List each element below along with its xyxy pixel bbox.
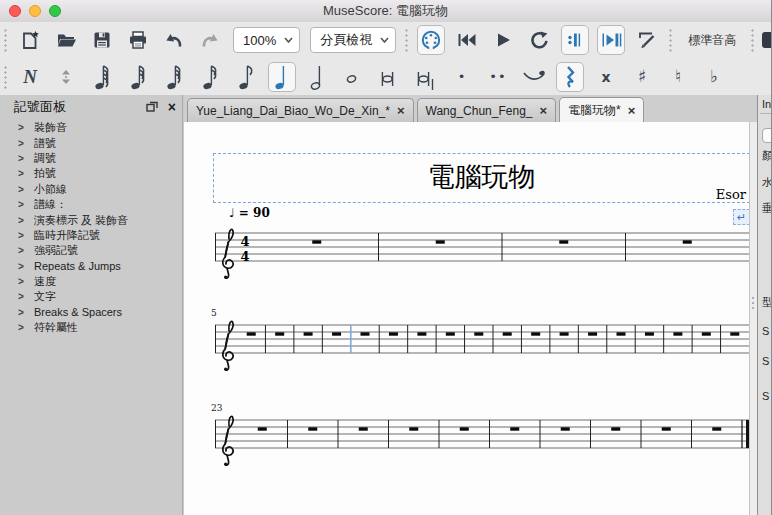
snapshot-button[interactable] [761,26,771,54]
note-128th-button[interactable] [88,62,116,92]
repeat-playback-button[interactable] [561,25,589,55]
pan-playback-button[interactable] [597,25,625,55]
note-half-button[interactable] [304,62,332,92]
tie-icon [522,68,546,86]
rewind-button[interactable] [453,25,481,55]
note-input-button[interactable]: N [16,62,44,92]
palette-item-3[interactable]: >調號 [6,151,182,166]
score-canvas[interactable]: 電腦玩物 Esor ♩ = 90 ↵ 44523 [184,122,757,515]
close-tab-icon[interactable]: × [540,103,548,118]
tie-button[interactable] [520,62,548,92]
undo-icon [164,31,184,50]
float-panel-button[interactable] [146,101,158,112]
natural-icon: ♮ [675,68,681,85]
panel-splitter[interactable] [749,122,757,515]
note-breve-icon [381,63,399,91]
palette-item-label: 強弱記號 [34,243,78,258]
note-longa-button[interactable] [412,62,440,92]
palette-item-label: 文字 [34,289,56,304]
chevron-down-icon [284,37,293,43]
close-tab-icon[interactable]: × [397,103,405,118]
palette-item-label: 演奏標示 及 裝飾音 [34,213,128,228]
palette-item-7[interactable]: >演奏標示 及 裝飾音 [6,212,182,227]
toolbar-drag-handle[interactable] [2,64,8,90]
sharp-button[interactable]: ♯ [628,62,656,92]
open-file-button[interactable] [52,25,80,55]
musescore-window: MuseScore: 電腦玩物 [0,0,772,515]
staff-system-1[interactable]: 44 [215,223,752,281]
undo-button[interactable] [160,25,188,55]
palette-item-8[interactable]: >臨時升降記號 [6,228,182,243]
chevron-down-icon [380,37,389,43]
palette-item-10[interactable]: >Repeats & Jumps [6,259,182,274]
palette-item-label: 譜線： [34,197,67,212]
score-title[interactable]: 電腦玩物 [214,154,749,200]
tempo-marking[interactable]: ♩ = 90 [229,206,270,220]
title-frame[interactable]: 電腦玩物 Esor [213,153,750,203]
double-sharp-button[interactable]: x [592,62,620,92]
composer-text[interactable]: Esor [716,187,746,202]
zoom-select[interactable]: 100% [233,27,300,53]
capture-pen-icon [637,30,658,50]
tab-1[interactable]: Yue_Liang_Dai_Biao_Wo_De_Xin_*× [187,98,414,122]
pan-score-icon [600,30,623,50]
note-whole-button[interactable] [340,62,368,92]
measure-number: 23 [211,403,222,413]
redo-button[interactable] [196,25,224,55]
note-16th-button[interactable] [196,62,224,92]
note-breve-button[interactable] [376,62,404,92]
palette-item-11[interactable]: >速度 [6,274,182,289]
flat-button[interactable]: ♭ [700,62,728,92]
palette-item-label: 臨時升降記號 [34,228,100,243]
new-score-icon [20,30,41,51]
loop-playback-button[interactable] [525,25,553,55]
midi-input-button[interactable] [417,25,445,55]
concert-pitch-button[interactable]: 標準音高 [681,25,743,55]
new-score-button[interactable] [16,25,44,55]
palette-item-5[interactable]: >小節線 [6,182,182,197]
note-32nd-button[interactable] [160,62,188,92]
note-8th-button[interactable] [232,62,260,92]
staff-system-3[interactable]: 23 [215,410,752,468]
note-half-icon [309,63,327,91]
palette-item-6[interactable]: >譜線： [6,197,182,212]
tab-bar: Yue_Liang_Dai_Biao_Wo_De_Xin_*×Wang_Chun… [184,95,757,122]
rest-button[interactable] [556,62,584,92]
print-button[interactable] [124,25,152,55]
palette-item-12[interactable]: >文字 [6,289,182,304]
tab-2[interactable]: Wang_Chun_Feng_× [417,98,557,122]
double-dot-button[interactable]: •• [484,62,512,92]
augmentation-dot-button[interactable]: • [448,62,476,92]
palette-item-14[interactable]: >符幹屬性 [6,320,182,335]
save-floppy-icon [92,30,112,50]
return-arrow-icon: ↵ [737,211,746,224]
voice-stepper[interactable] [52,62,80,92]
toolbar-drag-handle[interactable] [667,27,673,53]
image-capture-button[interactable] [633,25,661,55]
palettes-title: 記號面板 [14,98,136,116]
play-button[interactable] [489,25,517,55]
palette-item-2[interactable]: >譜號 [6,135,182,150]
note-64th-button[interactable] [124,62,152,92]
palette-item-13[interactable]: >Breaks & Spacers [6,305,182,320]
inspector-mini-button[interactable] [762,128,772,143]
palette-item-9[interactable]: >強弱記號 [6,243,182,258]
close-panel-button[interactable]: × [168,99,176,115]
view-mode-select[interactable]: 分頁檢視 [310,27,396,53]
toolbar-drag-handle[interactable] [2,27,8,53]
save-button[interactable] [88,25,116,55]
toolbar-drag-handle[interactable] [403,27,409,53]
chevron-right-icon: > [18,230,34,241]
tab-3[interactable]: 電腦玩物*× [559,97,644,122]
natural-button[interactable]: ♮ [664,62,692,92]
note-32nd-icon [165,63,183,91]
toolbar-drag-handle[interactable] [749,27,755,53]
staff-system-2[interactable]: 5 [215,315,752,373]
staff-notation [215,410,752,468]
note-quarter-button[interactable] [268,62,296,92]
play-icon [494,30,512,50]
palette-item-1[interactable]: >裝飾音 [6,120,182,135]
close-tab-icon[interactable]: × [628,103,636,118]
chevron-right-icon: > [18,322,34,333]
palette-item-4[interactable]: >拍號 [6,166,182,181]
